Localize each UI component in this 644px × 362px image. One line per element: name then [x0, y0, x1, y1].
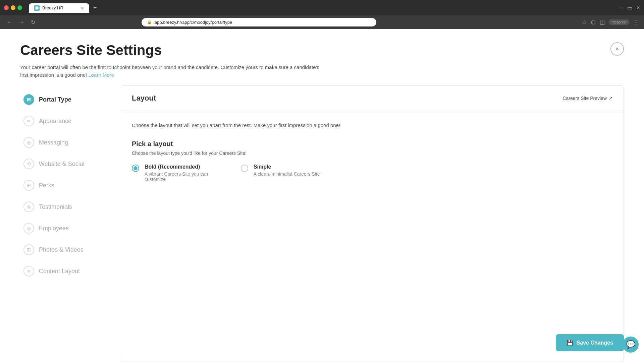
reload-btn[interactable]: ↻ — [30, 18, 37, 27]
address-bar[interactable]: 🔒 app.breezy.hr/app/c/moodjoy/portal/typ… — [142, 18, 376, 26]
sidebar-item-appearance[interactable]: ✏Appearance — [20, 110, 114, 132]
sidebar-label-portal-type: Portal Type — [39, 96, 71, 103]
page-header: Careers Site Settings Your career portal… — [0, 29, 644, 85]
sidebar-label-content-layout: Content Layout — [39, 268, 80, 275]
sidebar-label-photos-videos: Photos & Videos — [39, 246, 84, 253]
tab-title: Breezy HR — [42, 5, 63, 10]
browser-actions: ☆ ⬡ ◫ Incognito ⋮ — [582, 19, 639, 25]
page-title: Careers Site Settings — [20, 42, 624, 58]
sidebar-label-employees: Employees — [39, 225, 69, 232]
save-changes-button[interactable]: 💾 Save Changes — [556, 334, 624, 351]
window-controls — [4, 5, 22, 10]
incognito-badge: Incognito — [609, 19, 629, 25]
window-minimize-icon[interactable]: ─ — [619, 4, 624, 11]
address-bar-row: ← → ↻ 🔒 app.breezy.hr/app/c/moodjoy/port… — [0, 15, 644, 29]
sidebar-icon-messaging: ◎ — [23, 137, 34, 148]
menu-icon[interactable]: ⋮ — [633, 19, 639, 25]
sidebar-label-website-social: Website & Social — [39, 161, 85, 168]
page-subtitle: Your career portal will often be the fir… — [20, 64, 322, 79]
forward-btn[interactable]: → — [17, 18, 25, 26]
extensions-icon[interactable]: ⬡ — [591, 19, 596, 25]
sidebar-label-appearance: Appearance — [39, 118, 71, 125]
sidebar: ⊞Portal Type✏Appearance◎Messaging⟲Websit… — [20, 85, 114, 362]
bookmark-icon[interactable]: ☆ — [582, 19, 587, 25]
sidebar-icon-portal-type: ⊞ — [23, 94, 34, 105]
close-icon: × — [615, 46, 619, 53]
radio-bold[interactable] — [132, 165, 139, 172]
pick-layout-sub: Choose the layout type you'd like for yo… — [132, 150, 613, 156]
main-body: Choose the layout that will set you apar… — [121, 111, 624, 362]
sidebar-icon-appearance: ✏ — [23, 116, 34, 126]
sidebar-item-testimonials[interactable]: ◎Testimonials — [20, 196, 114, 218]
careers-site-preview-link[interactable]: Careers Site Preview ↗ — [563, 96, 613, 101]
learn-more-link[interactable]: Learn More — [88, 72, 114, 78]
sidebar-label-perks: Perks — [39, 182, 54, 189]
sidebar-icon-content-layout: ≡ — [23, 266, 34, 277]
save-label: Save Changes — [577, 340, 613, 346]
back-btn[interactable]: ← — [5, 18, 13, 26]
sidebar-icon-photos-videos: ⊞ — [23, 244, 34, 255]
pick-layout-title: Pick a layout — [132, 140, 613, 148]
window-minimize-btn[interactable] — [11, 5, 15, 10]
sidebar-item-employees[interactable]: ◎Employees — [20, 218, 114, 239]
sidebar-icon-website-social: ⟲ — [23, 159, 34, 169]
layout-option-simple[interactable]: SimpleA clean, minimalist Careers Site — [241, 164, 330, 177]
page-body: ⊞Portal Type✏Appearance◎Messaging⟲Websit… — [0, 85, 644, 362]
layout-option-label-bold: Bold (Recommended) — [145, 164, 221, 170]
radio-simple[interactable] — [241, 165, 248, 172]
close-button[interactable]: × — [610, 42, 624, 56]
chat-bubble[interactable]: 💬 — [623, 337, 639, 353]
sidebar-item-perks[interactable]: ⊞Perks — [20, 175, 114, 196]
lock-icon: 🔒 — [147, 20, 152, 24]
sidebar-icon-perks: ⊞ — [23, 180, 34, 191]
layout-options: Bold (Recommended)A vibrant Careers Site… — [132, 164, 613, 182]
sidebar-item-website-social[interactable]: ⟲Website & Social — [20, 153, 114, 175]
layout-option-content-simple: SimpleA clean, minimalist Careers Site — [254, 164, 320, 177]
layout-option-desc-bold: A vibrant Careers Site you can customize — [145, 171, 221, 182]
page-content: Careers Site Settings Your career portal… — [0, 29, 644, 362]
sidebar-icon-employees: ◎ — [23, 223, 34, 234]
layout-intro: Choose the layout that will set you apar… — [132, 122, 613, 129]
sidebar-item-content-layout[interactable]: ≡Content Layout — [20, 260, 114, 282]
section-title: Layout — [132, 94, 156, 103]
sidebar-item-portal-type[interactable]: ⊞Portal Type — [20, 89, 114, 110]
sidebar-label-messaging: Messaging — [39, 139, 68, 146]
browser-tab-active[interactable]: Breezy HR × — [29, 3, 89, 13]
main-content-panel: Layout Careers Site Preview ↗ Choose the… — [121, 85, 624, 362]
url-text: app.breezy.hr/app/c/moodjoy/portal/type — [155, 20, 232, 25]
chat-icon: 💬 — [626, 340, 635, 349]
layout-option-desc-simple: A clean, minimalist Careers Site — [254, 171, 320, 177]
profile-icon[interactable]: ◫ — [600, 19, 605, 25]
window-close-icon[interactable]: × — [636, 4, 640, 11]
window-close-btn[interactable] — [4, 5, 9, 10]
tab-close-icon[interactable]: × — [81, 5, 84, 11]
layout-option-content-bold: Bold (Recommended)A vibrant Careers Site… — [145, 164, 221, 182]
layout-option-label-simple: Simple — [254, 164, 320, 170]
tab-favicon — [34, 5, 40, 11]
browser-titlebar: Breezy HR × + ─ ▭ × — [0, 0, 644, 15]
sidebar-icon-testimonials: ◎ — [23, 201, 34, 212]
layout-option-bold[interactable]: Bold (Recommended)A vibrant Careers Site… — [132, 164, 221, 182]
window-maximize-btn[interactable] — [17, 5, 22, 10]
sidebar-item-messaging[interactable]: ◎Messaging — [20, 132, 114, 153]
save-icon: 💾 — [567, 340, 573, 346]
sidebar-label-testimonials: Testimonials — [39, 203, 72, 210]
preview-link-text: Careers Site Preview — [563, 96, 607, 101]
subtitle-text: Your career portal will often be the fir… — [20, 64, 319, 78]
window-restore-icon[interactable]: ▭ — [627, 5, 632, 11]
main-header: Layout Careers Site Preview ↗ — [121, 86, 624, 111]
sidebar-item-photos-videos[interactable]: ⊞Photos & Videos — [20, 239, 114, 260]
external-link-icon: ↗ — [609, 96, 613, 101]
new-tab-btn[interactable]: + — [91, 3, 100, 13]
svg-point-0 — [35, 6, 39, 10]
